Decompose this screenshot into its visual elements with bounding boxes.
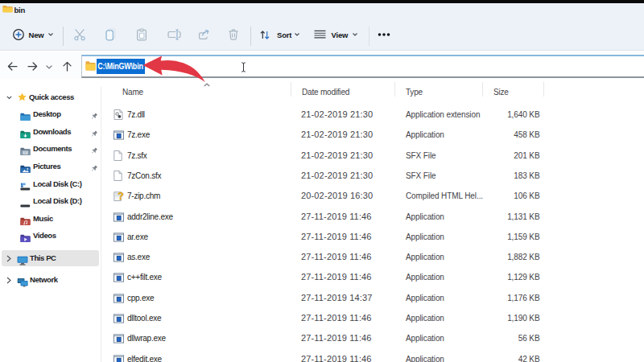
svg-text:?: ? [118,191,124,202]
